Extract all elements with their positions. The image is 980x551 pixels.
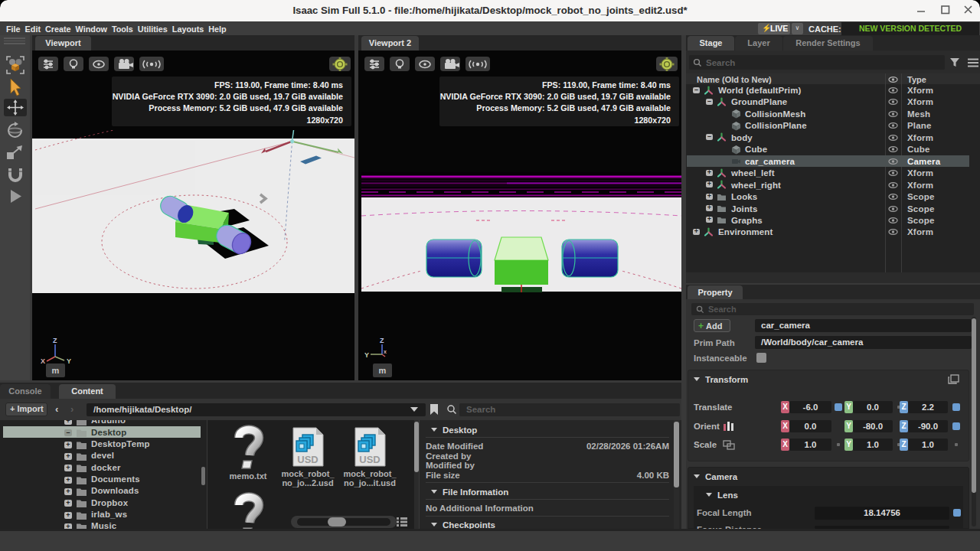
svg-text:Z: Z [380, 337, 384, 344]
svg-text:USD: USD [297, 454, 318, 465]
svg-text:USD: USD [359, 454, 380, 465]
svg-text:x: x [384, 349, 387, 354]
svg-text:X: X [41, 357, 45, 364]
svg-text:Y: Y [67, 357, 71, 364]
svg-text:Z: Z [53, 337, 57, 344]
svg-text:Y: Y [364, 351, 369, 359]
